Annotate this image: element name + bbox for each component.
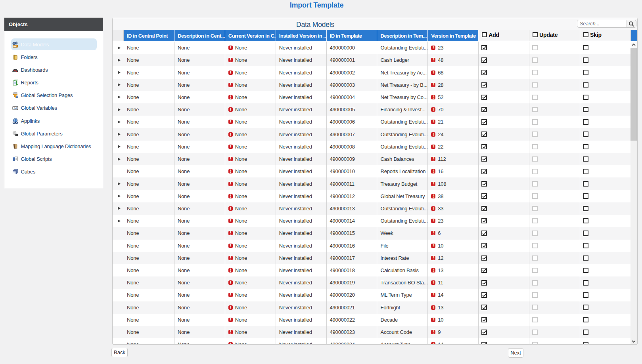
svg-text:(x): (x) bbox=[14, 107, 17, 110]
